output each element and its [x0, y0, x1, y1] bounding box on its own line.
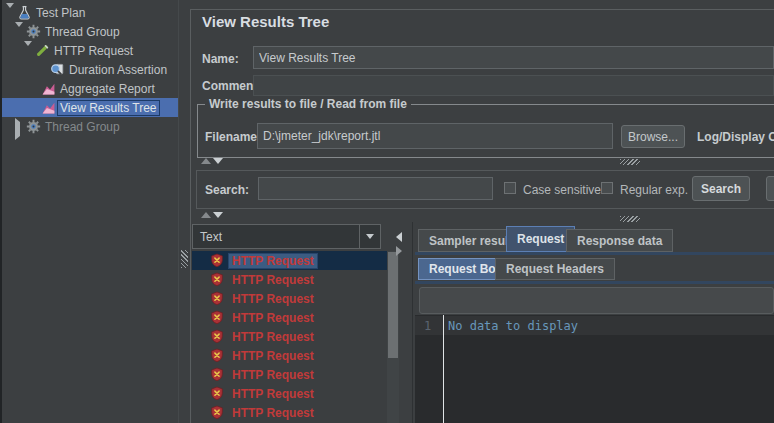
tab-request-headers[interactable]: Request Headers	[495, 258, 615, 280]
tree-item-label: Thread Group	[45, 25, 120, 39]
tree-item-label: HTTP Request	[54, 44, 133, 58]
shield-error-icon	[210, 272, 224, 287]
tree-item-duration-assertion[interactable]: Duration Assertion	[2, 60, 178, 79]
search-button[interactable]: Search	[692, 176, 750, 201]
editor-content: No data to display	[448, 319, 578, 333]
view-filter-value: Text	[193, 230, 359, 244]
collapse-left-icon	[396, 232, 402, 242]
flask-icon	[17, 5, 32, 20]
collapse-splitter[interactable]	[201, 158, 223, 164]
scrollbar-thumb[interactable]	[388, 252, 398, 358]
gear-icon	[26, 119, 41, 134]
collapse-down-icon[interactable]	[213, 158, 223, 164]
search-label: Search:	[205, 183, 249, 197]
result-tree-item[interactable]: HTTP Request	[192, 403, 387, 422]
result-tree-item[interactable]: HTTP Request	[192, 384, 387, 403]
tree-item-thread-group[interactable]: Thread Group	[2, 22, 178, 41]
result-tree-item[interactable]: HTTP Request	[192, 346, 387, 365]
collapse-splitter[interactable]	[201, 212, 223, 218]
write-results-legend: Write results to file / Read from file	[205, 97, 411, 111]
result-item-label: HTTP Request	[229, 273, 317, 287]
tree-item-thread-group-2[interactable]: Thread Group	[2, 117, 178, 136]
tree-item-aggregate-report[interactable]: Aggregate Report	[2, 79, 178, 98]
request-body-editor[interactable]: 1 No data to display	[415, 315, 774, 423]
chevron-down-icon	[366, 234, 374, 239]
tree-item-label: Aggregate Report	[60, 82, 155, 96]
result-list: HTTP Request HTTP Request HTTP Request H…	[192, 251, 387, 423]
dropdown-button[interactable]	[359, 225, 380, 248]
tree-expand-icon[interactable]	[15, 27, 24, 36]
name-label: Name:	[202, 52, 239, 66]
collapse-right-handle[interactable]	[396, 246, 402, 256]
shield-error-icon	[210, 405, 224, 420]
filename-input[interactable]	[257, 123, 613, 149]
result-tree-item[interactable]: HTTP Request	[192, 308, 387, 327]
search-input[interactable]	[258, 177, 493, 200]
shield-error-icon	[210, 348, 224, 363]
result-item-label: HTTP Request	[229, 368, 317, 382]
shield-error-icon	[210, 329, 224, 344]
result-tree-item[interactable]: HTTP Request	[192, 327, 387, 346]
panel-border	[190, 9, 191, 423]
clipped-button[interactable]	[766, 176, 774, 201]
expression-field[interactable]	[419, 287, 774, 314]
regular-exp-checkbox[interactable]	[601, 182, 613, 194]
tree-expand-icon[interactable]	[24, 46, 33, 55]
tree-item-test-plan[interactable]: Test Plan	[2, 3, 178, 22]
result-item-label: HTTP Request	[229, 254, 317, 268]
tree-item-label: View Results Tree	[57, 100, 160, 116]
view-filter-dropdown[interactable]: Text	[192, 224, 381, 249]
line-number: 1	[424, 319, 431, 333]
shield-error-icon	[210, 253, 224, 268]
shield-error-icon	[210, 291, 224, 306]
result-item-label: HTTP Request	[229, 330, 317, 344]
collapse-left-handle[interactable]	[396, 232, 402, 242]
tab-request[interactable]: Request	[506, 226, 575, 252]
tree-collapse-icon[interactable]	[15, 122, 24, 131]
collapse-up-icon[interactable]	[201, 212, 211, 218]
chart-icon	[41, 81, 56, 96]
tab-underline	[415, 281, 774, 284]
splitter-grip[interactable]	[620, 216, 640, 222]
comments-input[interactable]	[253, 75, 774, 96]
browse-button[interactable]: Browse...	[621, 125, 685, 148]
name-input[interactable]	[253, 46, 774, 69]
result-tree-item[interactable]: HTTP Request	[192, 365, 387, 384]
log-display-label: Log/Display Only:	[697, 130, 774, 144]
result-item-label: HTTP Request	[229, 311, 317, 325]
list-scrollbar[interactable]	[387, 251, 399, 423]
splitter-grip[interactable]	[181, 250, 188, 268]
magnifier-icon	[50, 62, 65, 77]
result-item-label: HTTP Request	[229, 387, 317, 401]
panel-border	[412, 222, 413, 423]
jmeter-window: Test Plan Thread Group HTTP Request	[0, 0, 774, 423]
collapse-up-icon[interactable]	[201, 158, 211, 164]
tree-expand-icon[interactable]	[6, 8, 15, 17]
editor-caret	[443, 315, 444, 423]
case-sensitive-label: Case sensitive	[523, 183, 601, 197]
tree-item-label: Test Plan	[36, 6, 85, 20]
tree-item-view-results-tree[interactable]: View Results Tree	[2, 98, 178, 117]
regular-exp-label: Regular exp.	[620, 183, 688, 197]
shield-error-icon	[210, 386, 224, 401]
tree-item-http-request[interactable]: HTTP Request	[2, 41, 178, 60]
tab-underline	[415, 252, 774, 255]
filename-label: Filename	[205, 130, 257, 144]
collapse-right-icon	[396, 246, 402, 256]
shield-error-icon	[210, 310, 224, 325]
result-tree-item[interactable]: HTTP Request	[192, 289, 387, 308]
gear-icon	[26, 24, 41, 39]
splitter-grip[interactable]	[620, 159, 640, 165]
dropper-icon	[35, 43, 50, 58]
case-sensitive-checkbox[interactable]	[504, 182, 516, 194]
tree-item-label: Duration Assertion	[69, 63, 167, 77]
result-item-label: HTTP Request	[229, 349, 317, 363]
tree-item-label: Thread Group	[45, 120, 120, 134]
test-plan-tree: Test Plan Thread Group HTTP Request	[2, 0, 178, 423]
collapse-down-icon[interactable]	[213, 212, 223, 218]
result-tree-item[interactable]: HTTP Request	[192, 270, 387, 289]
tab-response-data[interactable]: Response data	[566, 229, 673, 252]
result-item-label: HTTP Request	[229, 406, 317, 420]
panel-border	[190, 9, 774, 10]
result-tree-item[interactable]: HTTP Request	[192, 251, 387, 270]
